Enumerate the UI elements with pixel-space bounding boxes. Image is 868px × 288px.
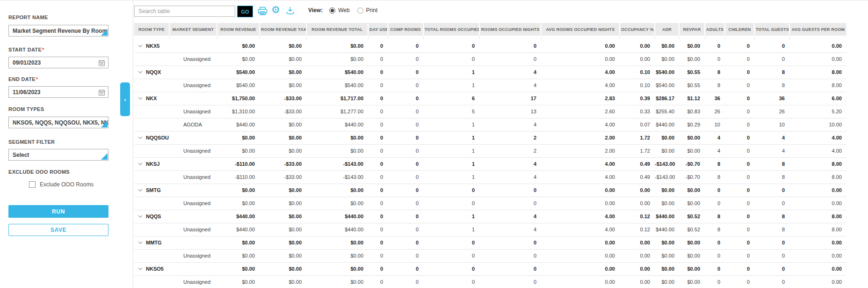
- exclude-ooo-checkbox-row[interactable]: Exclude OOO Rooms: [29, 181, 94, 188]
- value-cell: 0: [754, 197, 789, 210]
- calendar-icon[interactable]: [98, 89, 105, 97]
- room-type-cell: [134, 144, 169, 157]
- table-row-roomtype-nkx5[interactable]: NKX5$0.00$0.00$0.0000000.000.00$0.00$0.0…: [134, 39, 846, 52]
- download-icon[interactable]: [286, 7, 294, 15]
- view-radio-print[interactable]: Print: [357, 7, 378, 14]
- column-header-occupancy-[interactable]: OCCUPANCY %: [620, 23, 655, 36]
- value-cell: $0.00: [306, 52, 368, 66]
- value-cell: 36: [754, 92, 789, 105]
- value-cell: 0.00: [541, 262, 620, 275]
- value-cell: 4.00: [541, 79, 620, 92]
- table-row-segment[interactable]: Unassigned$0.00$0.00$0.0000122.001.72$0.…: [134, 144, 846, 157]
- sidebar-collapse-button[interactable]: ‹: [120, 82, 130, 116]
- value-cell: 1: [423, 79, 479, 92]
- chevron-down-icon[interactable]: [138, 44, 143, 47]
- market-segment-cell: Unassigned: [169, 249, 217, 262]
- end-date-input[interactable]: 11/06/2023: [8, 86, 108, 98]
- table-row-roomtype-smtg[interactable]: SMTG$0.00$0.00$0.0000000.000.00$0.00$0.0…: [134, 184, 846, 197]
- column-header-total-rooms-occupied[interactable]: TOTAL ROOMS OCCUPIED: [423, 23, 479, 36]
- chevron-down-icon[interactable]: [138, 162, 143, 165]
- view-radio-web[interactable]: Web: [329, 7, 349, 14]
- column-header-adults[interactable]: ADULTS: [705, 23, 725, 36]
- report-name-select[interactable]: Market Segment Revenue By Room Type: [8, 25, 108, 37]
- table-row-roomtype-nqqx[interactable]: NQQX$540.00$0.00$540.0000144.000.10$540.…: [134, 66, 846, 79]
- column-header-room-revenue-tax[interactable]: ROOM REVENUE TAX: [260, 23, 306, 36]
- column-header-day-use[interactable]: DAY USE: [368, 23, 388, 36]
- radio-icon[interactable]: [357, 7, 363, 14]
- value-cell: 0: [705, 52, 725, 66]
- value-cell: 1: [423, 170, 479, 184]
- value-cell: 0: [725, 118, 754, 131]
- start-date-input[interactable]: 09/01/2023: [8, 57, 108, 68]
- value-cell: 0.00: [789, 275, 846, 288]
- value-cell: 0: [725, 275, 754, 288]
- table-row-roomtype-nqqsou[interactable]: NQQSOU$0.00$0.00$0.0000122.001.72$0.00$0…: [134, 131, 846, 144]
- settings-gear-icon[interactable]: ⚙: [271, 5, 280, 15]
- value-cell: 0: [725, 157, 754, 170]
- table-row-segment[interactable]: AGODA$440.00$0.00$440.0000144.000.07$440…: [134, 118, 846, 131]
- chevron-down-icon[interactable]: [138, 189, 143, 192]
- column-header-room-type[interactable]: ROOM TYPE: [134, 23, 169, 36]
- column-header-total-guests[interactable]: TOTAL GUESTS: [754, 23, 789, 36]
- save-button[interactable]: SAVE: [8, 224, 108, 236]
- value-cell: 4: [479, 223, 541, 236]
- value-cell: 0: [725, 66, 754, 79]
- value-cell: 0: [388, 223, 423, 236]
- calendar-icon[interactable]: [98, 59, 105, 68]
- column-header-revpar[interactable]: REVPAR: [679, 23, 705, 36]
- chevron-down-icon[interactable]: [138, 71, 143, 74]
- market-segment-cell: Unassigned: [169, 223, 217, 236]
- table-row-segment[interactable]: Unassigned$540.00$0.00$540.0000144.000.1…: [134, 79, 846, 92]
- table-row-segment[interactable]: Unassigned$440.00$0.00$440.0000144.000.1…: [134, 223, 846, 236]
- chevron-down-icon[interactable]: [138, 241, 143, 244]
- value-cell: $0.00: [260, 52, 306, 66]
- spacer-cell: [655, 36, 679, 39]
- search-input[interactable]: [134, 6, 235, 17]
- table-row-roomtype-nksj[interactable]: NKSJ-$110.00-$33.00-$143.0000144.000.49-…: [134, 157, 846, 170]
- run-button[interactable]: RUN: [8, 205, 108, 218]
- value-cell: 0: [423, 236, 479, 249]
- column-header-children[interactable]: CHILDREN: [725, 23, 754, 36]
- value-cell: 1: [423, 210, 479, 223]
- table-row-segment[interactable]: Unassigned$0.00$0.00$0.0000000.000.00$0.…: [134, 52, 846, 66]
- value-cell: $0.00: [260, 197, 306, 210]
- value-cell: 0: [388, 66, 423, 79]
- value-cell: -$0.70: [679, 170, 705, 184]
- value-cell: 4: [479, 170, 541, 184]
- printer-icon[interactable]: [258, 7, 268, 15]
- radio-icon[interactable]: [329, 7, 335, 14]
- table-row-segment[interactable]: Unassigned$0.00$0.00$0.0000000.000.00$0.…: [134, 275, 846, 288]
- table-row-roomtype-mmtg[interactable]: MMTG$0.00$0.00$0.0000000.000.00$0.00$0.0…: [134, 236, 846, 249]
- table-row-roomtype-nkx[interactable]: NKX$1,750.00-$33.00$1,717.00006172.830.3…: [134, 92, 846, 105]
- column-header-avg-rooms-occupied-nights[interactable]: AVG ROOMS OCCUPIED NIGHTS: [541, 23, 620, 36]
- segment-filter-select[interactable]: Select: [8, 149, 108, 161]
- column-header-comp-rooms[interactable]: COMP ROOMS: [388, 23, 423, 36]
- chevron-down-icon[interactable]: [138, 136, 143, 139]
- exclude-ooo-checkbox[interactable]: [29, 181, 36, 188]
- go-button[interactable]: GO: [237, 6, 253, 17]
- value-cell: 0: [368, 118, 388, 131]
- column-header-rooms-occupied-nights[interactable]: ROOMS OCCUPIED NIGHTS: [479, 23, 541, 36]
- column-header-adr[interactable]: ADR: [655, 23, 679, 36]
- chevron-down-icon[interactable]: [138, 215, 143, 218]
- column-header-avg-guests-per-room[interactable]: AVG GUESTS PER ROOM: [789, 23, 846, 36]
- column-header-market-segment[interactable]: MARKET SEGMENT: [169, 23, 217, 36]
- table-row-segment[interactable]: Unassigned$1,310.00-$33.00$1,277.0000513…: [134, 105, 846, 118]
- chevron-down-icon[interactable]: [138, 267, 143, 270]
- required-asterisk: *: [42, 47, 44, 52]
- column-header-room-revenue-total[interactable]: ROOM REVENUE TOTAL: [306, 23, 368, 36]
- column-header-room-revenue[interactable]: ROOM REVENUE: [217, 23, 260, 36]
- table-row-segment[interactable]: Unassigned-$110.00-$33.00-$143.0000144.0…: [134, 170, 846, 184]
- table-row-segment[interactable]: Unassigned$0.00$0.00$0.0000000.000.00$0.…: [134, 197, 846, 210]
- value-cell: $0.00: [260, 210, 306, 223]
- room-types-select[interactable]: NKSO5, NQQS, NQQSOU, NKX5, NKSO...: [8, 117, 108, 128]
- table-row-roomtype-nqqs[interactable]: NQQS$440.00$0.00$440.0000144.000.12$440.…: [134, 210, 846, 223]
- table-row-segment[interactable]: Unassigned$0.00$0.00$0.0000000.000.00$0.…: [134, 249, 846, 262]
- value-cell: 2.00: [541, 131, 620, 144]
- spacer-cell: [754, 36, 789, 39]
- table-row-roomtype-nkso5[interactable]: NKSO5$0.00$0.00$0.0000000.000.00$0.00$0.…: [134, 262, 846, 275]
- value-cell: $0.00: [217, 184, 260, 197]
- value-cell: 4.00: [789, 144, 846, 157]
- value-cell: $540.00: [217, 79, 260, 92]
- chevron-down-icon[interactable]: [138, 97, 143, 100]
